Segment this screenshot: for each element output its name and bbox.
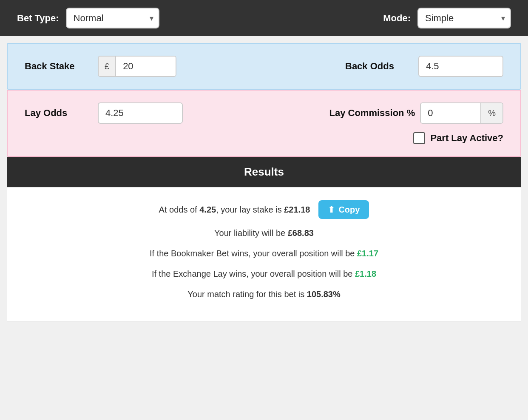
- result-line4-value: £1.18: [355, 269, 376, 278]
- result-line1-stake: £21.18: [284, 205, 310, 214]
- result-line1-prefix: At odds of: [159, 205, 200, 214]
- back-stake-group: Back Stake £: [25, 56, 242, 77]
- back-stake-input-wrapper: £: [98, 56, 176, 77]
- bet-type-group: Bet Type: Normal Each Way Dutching: [17, 8, 159, 28]
- result-line1-middle: , your lay stake is: [216, 205, 284, 214]
- part-lay-checkbox[interactable]: [413, 132, 425, 144]
- mode-label: Mode:: [383, 13, 411, 24]
- results-body: At odds of 4.25, your lay stake is £21.1…: [7, 187, 521, 321]
- result-line2-prefix: Your liability will be: [214, 228, 288, 238]
- stake-prefix: £: [99, 57, 116, 76]
- bet-type-label: Bet Type:: [17, 13, 59, 24]
- commission-suffix: %: [480, 103, 502, 123]
- results-header: Results: [7, 157, 521, 187]
- result-row-5: Your match rating for this bet is 105.83…: [24, 288, 504, 301]
- result-row-1: At odds of 4.25, your lay stake is £21.1…: [24, 200, 504, 219]
- lay-odds-input[interactable]: [98, 102, 183, 124]
- result-row-4: If the Exchange Lay wins, your overall p…: [24, 267, 504, 280]
- lay-row1: Lay Odds Lay Commission % %: [25, 102, 503, 124]
- result-line4-prefix: If the Exchange Lay wins, your overall p…: [152, 269, 355, 278]
- commission-input[interactable]: [421, 103, 480, 123]
- lay-commission-group: Lay Commission % %: [242, 102, 503, 124]
- result-line1-odds: 4.25: [199, 205, 216, 214]
- lay-odds-label: Lay Odds: [25, 108, 93, 119]
- mode-select-wrapper: Simple Advanced: [417, 8, 511, 28]
- back-stake-input[interactable]: [116, 57, 176, 76]
- copy-icon: ⬆: [328, 204, 335, 215]
- back-odds-label: Back Odds: [345, 61, 413, 72]
- result-line1-text: At odds of 4.25, your lay stake is £21.1…: [159, 203, 310, 216]
- result-row-3: If the Bookmaker Bet wins, your overall …: [24, 247, 504, 260]
- copy-button[interactable]: ⬆ Copy: [318, 200, 369, 219]
- back-odds-input[interactable]: [418, 56, 503, 77]
- lay-section: Lay Odds Lay Commission % % Part Lay Act…: [7, 90, 521, 157]
- copy-button-label: Copy: [338, 205, 360, 215]
- lay-commission-label: Lay Commission %: [329, 108, 415, 119]
- commission-input-wrapper: %: [420, 102, 503, 124]
- bet-type-select[interactable]: Normal Each Way Dutching: [66, 8, 159, 28]
- lay-row2: Part Lay Active?: [25, 132, 503, 144]
- mode-select[interactable]: Simple Advanced: [417, 8, 511, 28]
- result-line5-prefix: Your match rating for this bet is: [187, 289, 307, 299]
- back-stake-label: Back Stake: [25, 61, 93, 72]
- back-section: Back Stake £ Back Odds: [7, 43, 521, 90]
- result-line3-value: £1.17: [357, 249, 378, 258]
- result-line2-value: £68.83: [288, 228, 314, 238]
- lay-odds-group: Lay Odds: [25, 102, 242, 124]
- bet-type-select-wrapper: Normal Each Way Dutching: [66, 8, 159, 28]
- result-line3-prefix: If the Bookmaker Bet wins, your overall …: [150, 249, 357, 258]
- back-odds-group: Back Odds: [242, 56, 503, 77]
- result-row-2: Your liability will be £68.83: [24, 227, 504, 239]
- result-line5-value: 105.83%: [307, 289, 341, 299]
- mode-group: Mode: Simple Advanced: [383, 8, 511, 28]
- results-title: Results: [244, 165, 284, 178]
- part-lay-label: Part Lay Active?: [430, 133, 503, 144]
- header: Bet Type: Normal Each Way Dutching Mode:…: [0, 0, 528, 36]
